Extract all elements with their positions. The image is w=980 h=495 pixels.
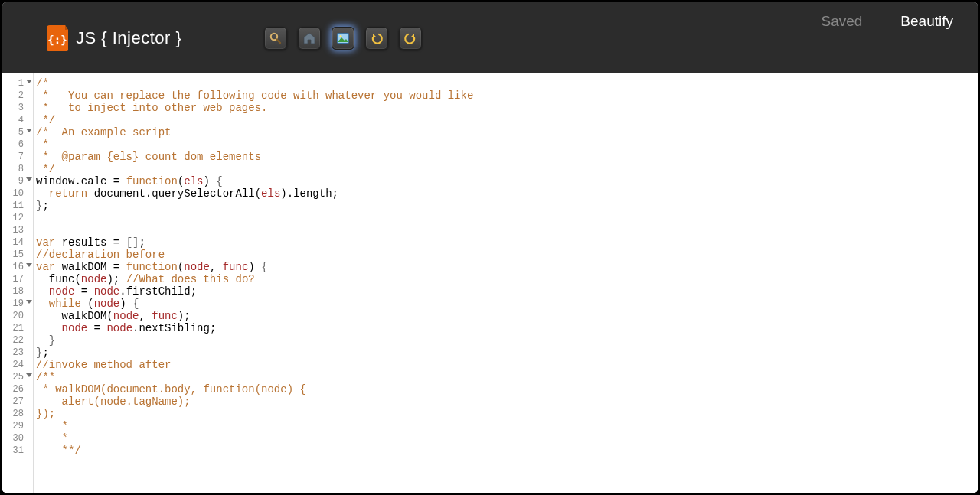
image-icon xyxy=(336,31,350,45)
line-number: 12 xyxy=(2,212,33,224)
code-line[interactable]: * xyxy=(36,138,978,151)
code-line[interactable]: node = node.firstChild; xyxy=(36,285,978,298)
search-button[interactable] xyxy=(264,27,287,50)
code-line[interactable]: walkDOM(node, func); xyxy=(36,310,978,322)
line-number: 5 xyxy=(2,126,33,138)
code-line[interactable]: **/ xyxy=(36,445,978,457)
fold-toggle-icon[interactable] xyxy=(26,80,32,83)
line-number: 14 xyxy=(2,236,33,249)
line-number: 15 xyxy=(2,249,33,261)
code-line[interactable] xyxy=(36,212,978,224)
code-line[interactable]: * You can replace the following code wit… xyxy=(36,90,978,102)
line-number: 19 xyxy=(2,298,33,310)
line-number: 21 xyxy=(2,322,33,334)
redo-icon xyxy=(403,31,417,45)
line-number: 3 xyxy=(2,102,33,114)
code-line[interactable]: window.calc = function(els) { xyxy=(36,175,978,187)
svg-point-4 xyxy=(340,34,342,37)
code-line[interactable]: /** xyxy=(36,371,978,383)
line-number: 18 xyxy=(2,285,33,298)
line-number: 28 xyxy=(2,408,33,420)
code-area[interactable]: /* * You can replace the following code … xyxy=(34,73,978,493)
code-line[interactable]: node = node.nextSibling; xyxy=(36,322,978,334)
line-number: 20 xyxy=(2,310,33,322)
svg-line-2 xyxy=(277,39,281,43)
line-number: 22 xyxy=(2,334,33,347)
svg-text:{:}: {:} xyxy=(47,34,67,46)
line-number: 16 xyxy=(2,261,33,273)
home-button[interactable] xyxy=(298,27,321,50)
code-line[interactable]: func(node); //What does this do? xyxy=(36,273,978,285)
code-line[interactable]: */ xyxy=(36,163,978,175)
code-line[interactable]: }; xyxy=(36,347,978,359)
line-number: 10 xyxy=(2,187,33,200)
line-number: 11 xyxy=(2,200,33,212)
code-line[interactable]: alert(node.tagName); xyxy=(36,396,978,408)
code-line[interactable]: var results = []; xyxy=(36,236,978,249)
code-line[interactable]: /* An example script xyxy=(36,126,978,138)
undo-icon xyxy=(370,31,384,45)
undo-button[interactable] xyxy=(365,27,388,50)
code-line[interactable]: * walkDOM(document.body, function(node) … xyxy=(36,383,978,396)
code-line[interactable]: } xyxy=(36,334,978,347)
fold-toggle-icon[interactable] xyxy=(26,300,32,304)
fold-toggle-icon[interactable] xyxy=(26,177,32,181)
code-line[interactable]: //invoke method after xyxy=(36,359,978,371)
line-number: 4 xyxy=(2,114,33,126)
line-number: 6 xyxy=(2,138,33,151)
line-number: 25 xyxy=(2,371,33,383)
line-number: 24 xyxy=(2,359,33,371)
line-number: 31 xyxy=(2,445,33,457)
fold-toggle-icon[interactable] xyxy=(26,263,32,267)
code-line[interactable] xyxy=(36,224,978,236)
app-title: JS { Injector } xyxy=(76,28,181,48)
line-number: 29 xyxy=(2,420,33,432)
line-number: 8 xyxy=(2,163,33,175)
code-line[interactable]: }; xyxy=(36,200,978,212)
line-number: 27 xyxy=(2,396,33,408)
fold-toggle-icon[interactable] xyxy=(26,373,32,377)
code-line[interactable]: */ xyxy=(36,114,978,126)
line-number: 1 xyxy=(2,77,33,90)
home-icon xyxy=(302,31,316,45)
line-number: 17 xyxy=(2,273,33,285)
search-icon xyxy=(269,31,283,45)
line-number: 13 xyxy=(2,224,33,236)
code-line[interactable]: }); xyxy=(36,408,978,420)
code-line[interactable]: while (node) { xyxy=(36,298,978,310)
code-line[interactable]: //declaration before xyxy=(36,249,978,261)
beautify-button[interactable]: Beautify xyxy=(900,13,953,30)
toolbar xyxy=(264,27,422,50)
save-status: Saved xyxy=(821,13,862,30)
fold-toggle-icon[interactable] xyxy=(26,129,32,132)
code-line[interactable]: * xyxy=(36,420,978,432)
code-editor[interactable]: 1234567891011121314151617181920212223242… xyxy=(2,73,978,493)
code-line[interactable]: var walkDOM = function(node, func) { xyxy=(36,261,978,273)
code-line[interactable]: * to inject into other web pages. xyxy=(36,102,978,114)
line-gutter: 1234567891011121314151617181920212223242… xyxy=(2,73,34,493)
line-number: 9 xyxy=(2,175,33,187)
line-number: 26 xyxy=(2,383,33,396)
code-line[interactable]: return document.querySelectorAll(els).le… xyxy=(36,187,978,200)
code-line[interactable]: * @param {els} count dom elements xyxy=(36,151,978,163)
line-number: 23 xyxy=(2,347,33,359)
code-line[interactable]: * xyxy=(36,432,978,445)
line-number: 2 xyxy=(2,90,33,102)
image-button[interactable] xyxy=(332,27,354,50)
code-line[interactable]: /* xyxy=(36,77,978,90)
line-number: 30 xyxy=(2,432,33,445)
app-logo-icon: {:} xyxy=(47,25,68,51)
redo-button[interactable] xyxy=(399,27,422,50)
app-header: {:} JS { Injector } Saved Beautify xyxy=(2,2,978,73)
line-number: 7 xyxy=(2,151,33,163)
